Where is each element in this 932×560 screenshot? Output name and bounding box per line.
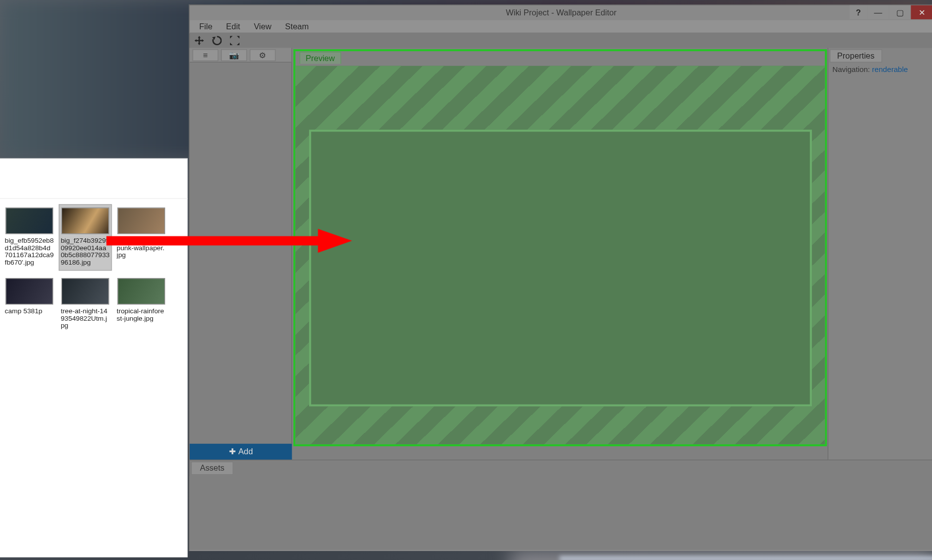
window-title: Wiki Project - Wallpaper Editor	[506, 8, 617, 17]
file-thumbnail	[117, 208, 165, 234]
file-thumbnail	[62, 278, 109, 305]
preview-tab-label: Preview	[306, 54, 335, 63]
drop-stripes	[296, 66, 825, 444]
properties-panel: Properties Navigation: renderable	[828, 48, 932, 459]
file-explorer-window: big_efb5952eb8d1d54a828b4d701167a12dca9f…	[0, 158, 188, 558]
file-name-label: big_efb5952eb8d1d54a828b4d701167a12dca9f…	[5, 237, 54, 266]
help-button[interactable]: ?	[850, 5, 867, 19]
list-icon: ≡	[203, 50, 208, 60]
assets-tab-label: Assets	[200, 464, 224, 473]
explorer-file[interactable]: tropical-rainforest-jungle.jpg	[115, 275, 168, 334]
file-thumbnail	[62, 208, 109, 234]
file-name-label: big_f274b3929f09920ee014aa0b5c8880779339…	[61, 237, 110, 266]
navigation-renderable-link[interactable]: renderable	[872, 65, 908, 73]
add-button-label: Add	[238, 447, 253, 456]
properties-navigation: Navigation: renderable	[828, 64, 932, 74]
menu-edit[interactable]: Edit	[219, 20, 247, 32]
file-thumbnail	[5, 278, 53, 305]
preview-tab[interactable]: Preview	[300, 52, 341, 64]
explorer-file[interactable]: big_efb5952eb8d1d54a828b4d701167a12dca9f…	[2, 204, 56, 271]
settings-button[interactable]: ⚙	[250, 49, 276, 61]
panel-area: ≡ 📷 ⚙ ✚ Add Preview	[190, 48, 932, 459]
background-dock-edge	[559, 556, 932, 560]
hierarchy-panel: ≡ 📷 ⚙	[190, 48, 292, 443]
rotate-tool-icon[interactable]	[212, 35, 223, 46]
fullscreen-tool-icon[interactable]	[229, 35, 240, 46]
explorer-toolbar	[0, 159, 188, 199]
gear-icon: ⚙	[259, 50, 266, 60]
list-toggle-button[interactable]: ≡	[192, 49, 218, 61]
close-button[interactable]: ✕	[911, 5, 932, 19]
explorer-file[interactable]: buldozer-steampunk-wallpaper.jpg	[115, 204, 168, 271]
hierarchy-header: ≡ 📷 ⚙	[190, 48, 292, 62]
wallpaper-editor-window: Wiki Project - Wallpaper Editor ? — ▢ ✕ …	[189, 4, 932, 551]
file-thumbnail	[5, 208, 53, 234]
assets-body	[190, 476, 932, 551]
file-name-label: buldozer-steampunk-wallpaper.jpg	[117, 237, 166, 259]
menu-file[interactable]: File	[192, 20, 219, 32]
explorer-file[interactable]: tree-at-night-1493549822Utm.jpg	[59, 275, 112, 334]
titlebar[interactable]: Wiki Project - Wallpaper Editor ? — ▢ ✕	[190, 5, 932, 20]
camera-icon: 📷	[229, 50, 239, 60]
assets-panel: Assets	[190, 460, 932, 550]
file-name-label: tropical-rainforest-jungle.jpg	[117, 307, 166, 322]
drop-inner-rect	[309, 130, 812, 406]
file-name-label: tree-at-night-1493549822Utm.jpg	[61, 307, 110, 329]
maximize-button[interactable]: ▢	[889, 5, 911, 19]
menubar: File Edit View Steam	[190, 20, 932, 33]
explorer-file[interactable]: big_f274b3929f09920ee014aa0b5c8880779339…	[59, 204, 112, 271]
file-thumbnail	[117, 278, 165, 305]
snapshot-button[interactable]: 📷	[221, 49, 247, 61]
add-button[interactable]: ✚ Add	[190, 444, 292, 460]
navigation-label: Navigation:	[832, 65, 872, 73]
file-name-label: camp 5381p	[5, 307, 54, 315]
menu-view[interactable]: View	[247, 20, 278, 32]
properties-tab[interactable]: Properties	[830, 49, 882, 63]
properties-tab-label: Properties	[837, 51, 874, 61]
move-tool-icon[interactable]	[194, 35, 205, 46]
drop-target[interactable]: Preview	[294, 49, 827, 446]
window-buttons: ? — ▢ ✕	[850, 5, 932, 19]
toolbar	[190, 33, 932, 48]
explorer-file[interactable]: camp 5381p	[2, 275, 56, 334]
plus-icon: ✚	[229, 447, 236, 456]
preview-panel[interactable]: Preview	[292, 48, 828, 459]
minimize-button[interactable]: —	[867, 5, 889, 19]
assets-tab[interactable]: Assets	[191, 462, 233, 475]
menu-steam[interactable]: Steam	[278, 20, 315, 32]
explorer-thumbnail-grid: big_efb5952eb8d1d54a828b4d701167a12dca9f…	[0, 199, 188, 340]
